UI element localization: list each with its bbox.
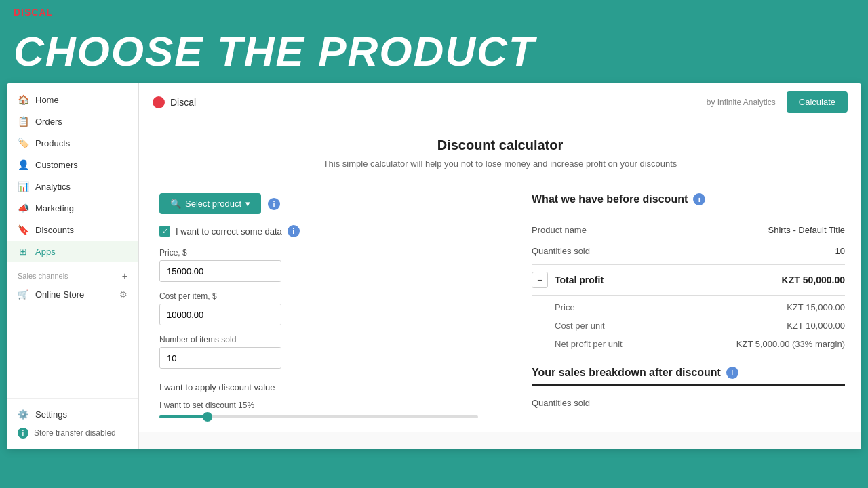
slider-thumb[interactable]	[203, 412, 212, 422]
orders-icon: 📋	[18, 116, 28, 127]
calculator-subtitle: This simple calculator will help you not…	[153, 159, 848, 169]
settings-icon: ⚙️	[18, 409, 28, 420]
after-discount-section: Your sales breakdown after discount i Qu…	[532, 367, 845, 413]
chevron-down-icon: ▾	[245, 199, 250, 209]
content-area: Discal by Infinite Analytics Calculate D…	[139, 83, 861, 449]
sidebar-item-orders[interactable]: 📋 Orders	[7, 110, 138, 132]
sidebar-item-label: Home	[35, 95, 59, 105]
correct-data-label: I want to correct some data	[176, 226, 282, 237]
total-profit-value: KZT 50,000.00	[782, 274, 845, 285]
discount-section: I want to apply discount value I want to…	[159, 382, 494, 418]
online-store-settings-icon[interactable]: ⚙	[119, 289, 127, 300]
sidebar-item-analytics[interactable]: 📊 Analytics	[7, 176, 138, 197]
before-discount-header: What we have before discount i	[532, 193, 845, 211]
items-sold-input-wrapper: ▲ ▼	[159, 347, 281, 369]
sales-channels-label: Sales channels +	[7, 262, 138, 284]
quantities-sold-value: 10	[835, 246, 845, 256]
after-discount-info-icon[interactable]: i	[726, 367, 738, 379]
sidebar-item-label: Analytics	[35, 182, 71, 192]
collapse-total-profit-button[interactable]: −	[532, 272, 548, 288]
cost-field-group: Cost per item, $ ▲ ▼	[159, 291, 494, 325]
net-profit-sub-row: Net profit per unit KZT 5,000.00 (33% ma…	[532, 335, 845, 353]
price-field-group: Price, $ ▲ ▼	[159, 248, 494, 282]
product-name-value: Shirts - Default Title	[768, 225, 845, 235]
app-name: Discal	[170, 97, 196, 108]
sidebar-item-label: Apps	[35, 247, 56, 257]
price-sub-value: KZT 15,000.00	[787, 302, 845, 312]
cost-per-unit-label: Cost per unit	[555, 321, 605, 331]
cost-per-unit-sub-row: Cost per unit KZT 10,000.00	[532, 317, 845, 335]
correct-data-info-icon[interactable]: i	[288, 225, 300, 237]
after-quantities-sold-label: Quantities sold	[532, 398, 590, 408]
after-discount-title: Your sales breakdown after discount	[532, 367, 721, 379]
correct-data-row: ✓ I want to correct some data i	[159, 225, 494, 237]
before-discount-title: What we have before discount	[532, 193, 688, 205]
items-sold-label: Number of items sold	[159, 335, 494, 344]
add-sales-channel-icon[interactable]: +	[122, 270, 127, 281]
sidebar-item-label: Discounts	[35, 225, 74, 235]
discount-section-title: I want to apply discount value	[159, 382, 494, 392]
price-input[interactable]	[160, 261, 281, 281]
quantities-sold-row: Quantities sold 10	[532, 241, 845, 262]
apps-icon: ⊞	[18, 246, 28, 257]
sidebar-item-label: Products	[35, 138, 70, 148]
cost-input[interactable]	[160, 304, 281, 325]
left-panel: 🔍 Select product ▾ i ✓ I want to correct…	[139, 180, 515, 432]
scroll-content[interactable]: Discount calculator This simple calculat…	[139, 121, 861, 449]
calculator-header: Discount calculator This simple calculat…	[139, 121, 861, 180]
sidebar-item-discounts[interactable]: 🔖 Discounts	[7, 219, 138, 241]
sidebar-footer: ⚙️ Settings i Store transfer disabled	[7, 398, 138, 449]
before-discount-info-icon[interactable]: i	[693, 193, 705, 205]
home-icon: 🏠	[18, 94, 28, 105]
cost-input-wrapper: ▲ ▼	[159, 304, 281, 325]
calculate-button[interactable]: Calculate	[787, 92, 848, 113]
search-icon: 🔍	[170, 199, 181, 209]
sidebar-item-apps[interactable]: ⊞ Apps	[7, 241, 138, 262]
discounts-icon: 🔖	[18, 224, 28, 235]
slider-fill	[159, 415, 208, 418]
items-sold-input[interactable]	[160, 348, 281, 368]
info-icon: i	[18, 428, 28, 439]
settings-label: Settings	[35, 409, 67, 420]
cost-label: Cost per item, $	[159, 291, 494, 301]
total-profit-label: Total profit	[555, 274, 782, 285]
before-discount-section: What we have before discount i Product n…	[532, 193, 845, 353]
price-sub-label: Price	[555, 302, 575, 312]
marketing-icon: 📣	[18, 203, 28, 214]
customers-icon: 👤	[18, 159, 28, 170]
product-info-icon[interactable]: i	[268, 198, 280, 210]
sidebar-item-customers[interactable]: 👤 Customers	[7, 154, 138, 176]
select-product-row: 🔍 Select product ▾ i	[159, 193, 494, 214]
store-transfer-status: i Store transfer disabled	[18, 424, 127, 443]
calculator-body: 🔍 Select product ▾ i ✓ I want to correct…	[139, 180, 861, 432]
cost-per-unit-value: KZT 10,000.00	[787, 321, 845, 331]
items-sold-field-group: Number of items sold ▲ ▼	[159, 335, 494, 369]
app-dot-icon	[153, 96, 165, 108]
select-product-button[interactable]: 🔍 Select product ▾	[159, 193, 261, 214]
net-profit-label: Net profit per unit	[555, 339, 623, 349]
after-discount-header: Your sales breakdown after discount i	[532, 367, 845, 386]
products-icon: 🏷️	[18, 138, 28, 148]
online-store-label: Online Store	[35, 289, 84, 300]
sidebar-item-label: Marketing	[35, 203, 74, 214]
sidebar-nav: 🏠 Home 📋 Orders 🏷️ Products 👤 Customers …	[7, 83, 138, 398]
app-header: Discal by Infinite Analytics Calculate	[139, 83, 861, 121]
sidebar-item-settings[interactable]: ⚙️ Settings	[18, 405, 127, 424]
price-label: Price, $	[159, 248, 494, 258]
price-input-wrapper: ▲ ▼	[159, 260, 281, 282]
sidebar-item-online-store[interactable]: 🛒 Online Store ⚙	[7, 284, 138, 305]
sidebar-item-marketing[interactable]: 📣 Marketing	[7, 197, 138, 219]
total-profit-row: − Total profit KZT 50,000.00	[532, 264, 845, 296]
product-name-row: Product name Shirts - Default Title	[532, 220, 845, 241]
discount-label: I want to set discount 15%	[159, 401, 494, 410]
sidebar-item-home[interactable]: 🏠 Home	[7, 89, 138, 110]
right-panel: What we have before discount i Product n…	[515, 180, 861, 432]
by-text: by Infinite Analytics	[707, 98, 776, 107]
correct-data-checkbox[interactable]: ✓	[159, 226, 170, 237]
price-sub-row: Price KZT 15,000.00	[532, 298, 845, 317]
sidebar-item-label: Customers	[35, 160, 78, 170]
sidebar-item-products[interactable]: 🏷️ Products	[7, 132, 138, 154]
brand-logo: DISCAL	[14, 7, 854, 18]
product-name-label: Product name	[532, 225, 587, 235]
hero-title: CHOOSE THE PRODUCT	[0, 22, 868, 83]
